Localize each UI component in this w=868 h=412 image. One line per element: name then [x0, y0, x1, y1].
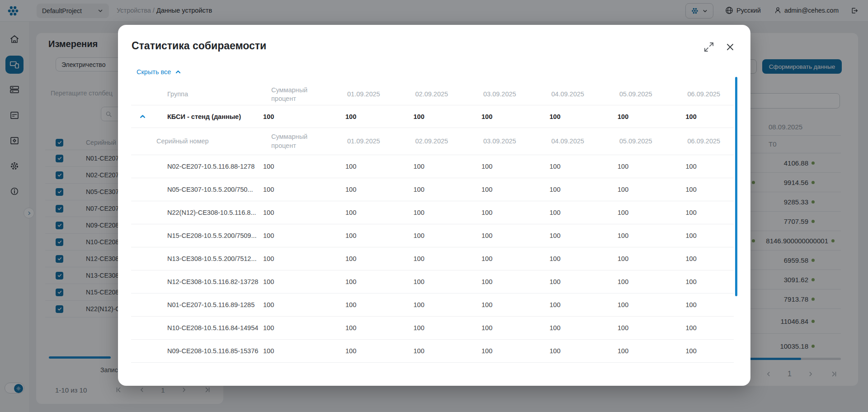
percent-value: 100 [394, 340, 462, 362]
statistics-serial-row: N13-CE308-10.5.5.200/7512... 100 100 100… [131, 247, 734, 270]
group-summary-value: 100 [258, 105, 326, 128]
percent-value: 100 [598, 224, 666, 247]
summary-percent: 100 [258, 317, 326, 339]
percent-value: 100 [462, 294, 530, 316]
date-column-header: 05.09.2025 [598, 84, 666, 105]
date-column-header: 03.09.2025 [462, 128, 530, 155]
percent-value: 100 [666, 201, 734, 224]
summary-percent: 100 [258, 201, 326, 224]
group-header-row: Группа Суммарный процент 01.09.2025 02.0… [131, 84, 734, 105]
percent-value: 100 [530, 224, 598, 247]
group-column-header: Группа [154, 84, 258, 105]
percent-value: 100 [462, 247, 530, 270]
statistics-serial-row: N15-CE208-10.5.5.200/7509... 100 100 100… [131, 224, 734, 247]
collapse-all-link[interactable]: Скрыть все [137, 68, 182, 76]
percent-value: 100 [666, 155, 734, 178]
statistics-serial-row: N22(N12)-CE308-10.5.116.8... 100 100 100… [131, 201, 734, 224]
percent-value: 100 [666, 247, 734, 270]
serial-number: N22(N12)-CE308-10.5.116.8... [154, 201, 258, 224]
close-modal-button[interactable] [725, 42, 736, 52]
serial-column-header: Серийный номер [154, 128, 258, 155]
percent-value: 100 [598, 270, 666, 293]
percent-value: 100 [462, 270, 530, 293]
percent-value: 100 [530, 317, 598, 339]
serial-number: N02-CE207-10.5.116.88-1278 [154, 155, 258, 178]
percent-value: 100 [530, 201, 598, 224]
serial-header-row: Серийный номер Суммарный процент 01.09.2… [131, 128, 734, 155]
summary-percent: 100 [258, 294, 326, 316]
percent-value: 100 [666, 294, 734, 316]
date-column-header: 03.09.2025 [462, 84, 530, 105]
summary-column-header: Суммарный процент [258, 128, 326, 155]
percent-value: 100 [394, 317, 462, 339]
percent-value: 100 [326, 270, 394, 293]
percent-value: 100 [598, 178, 666, 201]
group-row: КБСИ - стенд (данные) 100 100 100 100 10… [131, 105, 734, 128]
percent-value: 100 [462, 317, 530, 339]
percent-value: 100 [666, 224, 734, 247]
percent-value: 100 [462, 224, 530, 247]
group-value: 100 [462, 105, 530, 128]
group-value: 100 [326, 105, 394, 128]
serial-number: N12-CE308-10.5.116.82-13728 [154, 270, 258, 293]
statistics-serial-row: N05-CE307-10.5.5.200/750... 100 100 100 … [131, 178, 734, 201]
collapse-group-button[interactable] [131, 105, 154, 128]
statistics-serial-row: N09-CE208-10.5.116.85-15376 100 100 100 … [131, 340, 734, 363]
date-column-header: 04.09.2025 [530, 84, 598, 105]
expand-icon [703, 41, 715, 53]
percent-value: 100 [666, 317, 734, 339]
group-value: 100 [394, 105, 462, 128]
date-column-header: 02.09.2025 [394, 84, 462, 105]
statistics-rows: N02-CE207-10.5.116.88-1278 100 100 100 1… [131, 155, 734, 363]
percent-value: 100 [666, 340, 734, 362]
statistics-serial-row: N12-CE308-10.5.116.82-13728 100 100 100 … [131, 270, 734, 294]
vertical-scrollbar-modal[interactable] [735, 77, 737, 296]
date-column-header: 04.09.2025 [530, 128, 598, 155]
serial-number: N09-CE208-10.5.116.85-15376 [154, 340, 258, 362]
percent-value: 100 [462, 340, 530, 362]
date-column-header: 01.09.2025 [326, 128, 394, 155]
group-value: 100 [666, 105, 734, 128]
percent-value: 100 [326, 340, 394, 362]
percent-value: 100 [666, 178, 734, 201]
percent-value: 100 [326, 317, 394, 339]
percent-value: 100 [394, 201, 462, 224]
app-viewport: DefaultProject Устройства/Данные устройс… [0, 0, 868, 412]
percent-value: 100 [394, 155, 462, 178]
chevron-up-icon [139, 113, 146, 120]
percent-value: 100 [326, 155, 394, 178]
percent-value: 100 [462, 155, 530, 178]
percent-value: 100 [598, 155, 666, 178]
modal-title: Статистика собираемости [132, 40, 266, 52]
group-value: 100 [598, 105, 666, 128]
percent-value: 100 [598, 247, 666, 270]
percent-value: 100 [394, 270, 462, 293]
percent-value: 100 [598, 294, 666, 316]
percent-value: 100 [394, 178, 462, 201]
percent-value: 100 [394, 247, 462, 270]
date-column-header: 06.09.2025 [666, 84, 734, 105]
serial-number: N13-CE308-10.5.5.200/7512... [154, 247, 258, 270]
percent-value: 100 [462, 201, 530, 224]
percent-value: 100 [394, 294, 462, 316]
summary-percent: 100 [258, 340, 326, 362]
serial-number: N05-CE307-10.5.5.200/750... [154, 178, 258, 201]
percent-value: 100 [530, 294, 598, 316]
summary-percent: 100 [258, 247, 326, 270]
expand-modal-button[interactable] [703, 41, 715, 53]
percent-value: 100 [530, 178, 598, 201]
percent-value: 100 [530, 155, 598, 178]
statistics-serial-row: N01-CE207-10.5.116.89-1285 100 100 100 1… [131, 294, 734, 317]
group-name: КБСИ - стенд (данные) [154, 105, 258, 128]
serial-number: N01-CE207-10.5.116.89-1285 [154, 294, 258, 316]
date-column-header: 02.09.2025 [394, 128, 462, 155]
date-column-header: 06.09.2025 [666, 128, 734, 155]
serial-number: N15-CE208-10.5.5.200/7509... [154, 224, 258, 247]
percent-value: 100 [666, 270, 734, 293]
percent-value: 100 [598, 340, 666, 362]
percent-value: 100 [326, 178, 394, 201]
chevron-up-icon [175, 68, 182, 76]
summary-percent: 100 [258, 178, 326, 201]
summary-column-header: Суммарный процент [258, 84, 326, 105]
percent-value: 100 [326, 247, 394, 270]
